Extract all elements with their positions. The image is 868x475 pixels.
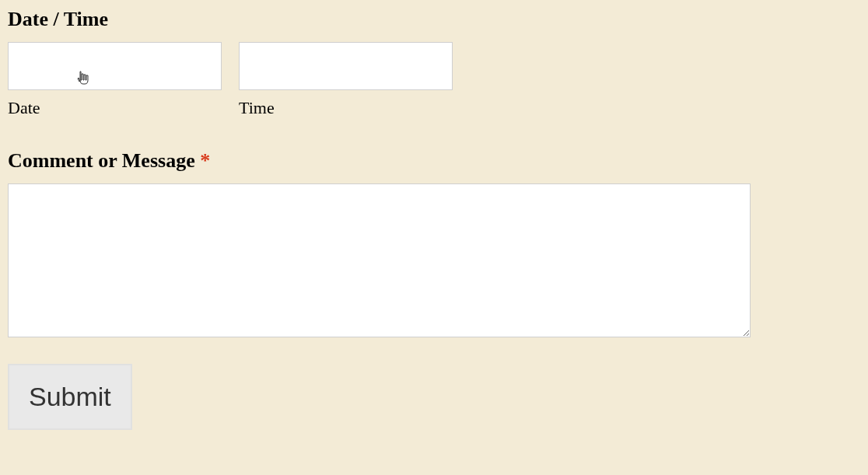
comment-heading-text: Comment or Message: [8, 149, 200, 172]
datetime-heading: Date / Time: [8, 8, 860, 31]
date-field-col: Date: [8, 42, 222, 118]
time-input[interactable]: [239, 42, 453, 90]
time-label: Time: [239, 98, 453, 118]
date-label: Date: [8, 98, 222, 118]
time-field-col: Time: [239, 42, 453, 118]
required-asterisk: *: [200, 149, 210, 172]
datetime-row: Date Time: [8, 42, 860, 118]
submit-button[interactable]: Submit: [8, 364, 132, 430]
message-textarea[interactable]: [8, 183, 751, 337]
date-input[interactable]: [8, 42, 222, 90]
comment-heading: Comment or Message *: [8, 149, 860, 173]
form-container: Date / Time Date Time Comment or Message…: [8, 8, 860, 430]
